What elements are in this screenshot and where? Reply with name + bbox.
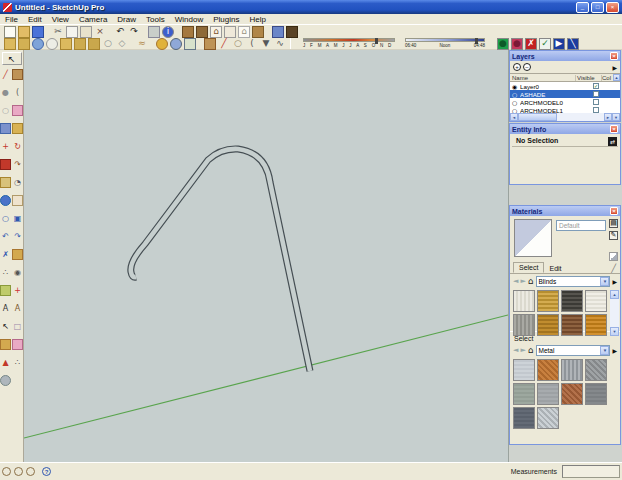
erase-icon[interactable]: × xyxy=(94,26,106,38)
material-name-field[interactable]: Default xyxy=(556,220,606,231)
flip-edge-icon[interactable] xyxy=(88,38,100,50)
materials-vertical-scrollbar[interactable]: ▲ ▼ xyxy=(610,290,619,336)
secondary-details-icon[interactable]: ▶ xyxy=(612,347,617,354)
layers-horizontal-scrollbar[interactable]: ◄ ► ▼ xyxy=(510,113,620,121)
select-arrow-icon[interactable]: ↖ xyxy=(0,321,11,332)
copy-icon[interactable] xyxy=(66,26,78,38)
styles-sphere-icon[interactable] xyxy=(170,38,182,50)
materials-details-icon[interactable]: ▶ xyxy=(612,278,617,285)
select-tool-icon[interactable]: ↖ xyxy=(2,52,22,65)
metal-material-swatch[interactable] xyxy=(513,359,535,381)
context-help-icon[interactable]: ? xyxy=(42,467,51,476)
scroll-right-icon[interactable]: ► xyxy=(604,113,612,121)
metal-material-swatch[interactable] xyxy=(561,359,583,381)
sandbox-from-scratch-icon[interactable] xyxy=(4,38,16,50)
component-browser-icon[interactable] xyxy=(196,26,208,38)
pan-tool-icon[interactable] xyxy=(12,195,23,206)
materials-titlebar[interactable]: Materials × xyxy=(510,206,620,216)
display-secondary-pane-icon[interactable]: ▤ xyxy=(609,219,618,228)
blinds-material-swatch[interactable] xyxy=(513,314,535,336)
metal-material-swatch[interactable] xyxy=(537,383,559,405)
line-tool-icon[interactable]: ╱ xyxy=(218,38,230,50)
metal-material-swatch[interactable] xyxy=(537,407,559,429)
house-outline-icon[interactable]: ⌂ xyxy=(238,26,250,38)
position-camera-icon[interactable] xyxy=(12,249,23,260)
blinds-material-swatch[interactable] xyxy=(561,314,583,336)
layer-row[interactable]: ○ARCHMODEL0 xyxy=(510,98,620,106)
smoove-icon[interactable] xyxy=(32,38,44,50)
sandbox-from-contours-icon[interactable] xyxy=(18,38,30,50)
visible-checkbox[interactable]: ✓ xyxy=(593,83,599,89)
save-icon[interactable] xyxy=(32,26,44,38)
menu-view[interactable]: View xyxy=(47,15,74,24)
menu-tools[interactable]: Tools xyxy=(141,15,170,24)
blinds-material-swatch[interactable] xyxy=(585,314,607,336)
diamond-tool-icon[interactable]: ◇ xyxy=(116,38,128,50)
get-models-icon[interactable] xyxy=(272,26,284,38)
undo-icon[interactable]: ↶ xyxy=(114,26,126,38)
metal-material-swatch[interactable] xyxy=(537,359,559,381)
layers-details-icon[interactable]: ▶ xyxy=(612,64,617,71)
play-icon[interactable]: ▶ xyxy=(553,38,565,50)
measurements-input[interactable] xyxy=(562,465,620,478)
next-view-icon[interactable]: ↷ xyxy=(12,231,23,242)
menu-edit[interactable]: Edit xyxy=(23,15,47,24)
column-visible[interactable]: Visible xyxy=(576,75,602,81)
radio-off-icon[interactable]: ○ xyxy=(512,99,520,106)
layers-panel-titlebar[interactable]: Layers × xyxy=(510,51,620,61)
open-icon[interactable] xyxy=(18,26,30,38)
arc-tool-icon[interactable]: ( xyxy=(12,87,23,98)
zoom-window-icon[interactable]: ▣ xyxy=(12,213,23,224)
column-name[interactable]: Name xyxy=(512,75,576,81)
layer-name[interactable]: ASHADE xyxy=(520,91,583,98)
protractor-icon[interactable]: ◔ xyxy=(12,177,23,188)
zoom-extents-icon[interactable]: ✗ xyxy=(0,249,11,260)
radio-on-icon[interactable]: ◉ xyxy=(512,83,520,90)
close-button[interactable]: × xyxy=(606,2,619,13)
scrollbar-thumb[interactable] xyxy=(518,113,557,121)
blinds-material-swatch[interactable] xyxy=(513,290,535,312)
sample-paint-icon[interactable]: ╱ xyxy=(611,264,616,273)
metal-material-swatch[interactable] xyxy=(561,383,583,405)
layer-row[interactable]: ◉Layer0✓ xyxy=(510,82,620,90)
chevron-down-icon[interactable]: ▼ xyxy=(600,277,609,286)
layer-name[interactable]: ARCHMODEL0 xyxy=(520,99,583,106)
visible-checkbox[interactable] xyxy=(593,91,599,97)
redo-icon[interactable]: ↷ xyxy=(128,26,140,38)
move-tool-icon[interactable]: + xyxy=(0,141,11,152)
render-icon[interactable]: ● xyxy=(497,38,509,50)
cancel-render-icon[interactable]: ✗ xyxy=(525,38,537,50)
new-document-icon[interactable] xyxy=(4,26,16,38)
arc-tool-icon[interactable]: ( xyxy=(246,38,258,50)
layer-name[interactable]: Layer0 xyxy=(520,83,583,90)
circle-tool-icon[interactable]: ● xyxy=(0,87,11,98)
radio-off-icon[interactable]: ○ xyxy=(512,91,520,98)
drawing-canvas[interactable] xyxy=(24,50,508,462)
blinds-material-swatch[interactable] xyxy=(585,290,607,312)
rocket-tool-icon[interactable]: ▲ xyxy=(0,357,11,368)
model-info-icon[interactable]: i xyxy=(162,26,174,38)
section-plane-icon[interactable] xyxy=(0,285,11,296)
close-icon[interactable]: × xyxy=(610,52,618,60)
metal-material-swatch[interactable] xyxy=(585,359,607,381)
menu-help[interactable]: Help xyxy=(244,15,270,24)
look-around-icon[interactable]: ◉ xyxy=(12,267,23,278)
entity-info-titlebar[interactable]: Entity Info × xyxy=(510,124,620,134)
sphere-tool-icon[interactable] xyxy=(0,375,11,386)
minimize-button[interactable]: _ xyxy=(576,2,589,13)
save-component-icon[interactable] xyxy=(224,26,236,38)
rectangle-tool-icon[interactable] xyxy=(204,38,216,50)
apply-check-icon[interactable]: ✓ xyxy=(539,38,551,50)
scroll-down-icon[interactable]: ▼ xyxy=(612,113,620,121)
drape-icon[interactable] xyxy=(60,38,72,50)
previous-view-icon[interactable]: ↶ xyxy=(0,231,11,242)
polygon-tool-icon[interactable]: ▼ xyxy=(260,38,272,50)
scroll-down-icon[interactable]: ▼ xyxy=(610,327,619,336)
chevron-down-icon[interactable]: ▼ xyxy=(600,346,609,355)
print-icon[interactable] xyxy=(148,26,160,38)
walk-tool-icon[interactable]: ∴ xyxy=(0,267,11,278)
metal-material-swatch[interactable] xyxy=(513,407,535,429)
rotate-tool-icon[interactable]: ↻ xyxy=(12,141,23,152)
paste-icon[interactable] xyxy=(80,26,92,38)
close-icon[interactable]: × xyxy=(610,125,618,133)
